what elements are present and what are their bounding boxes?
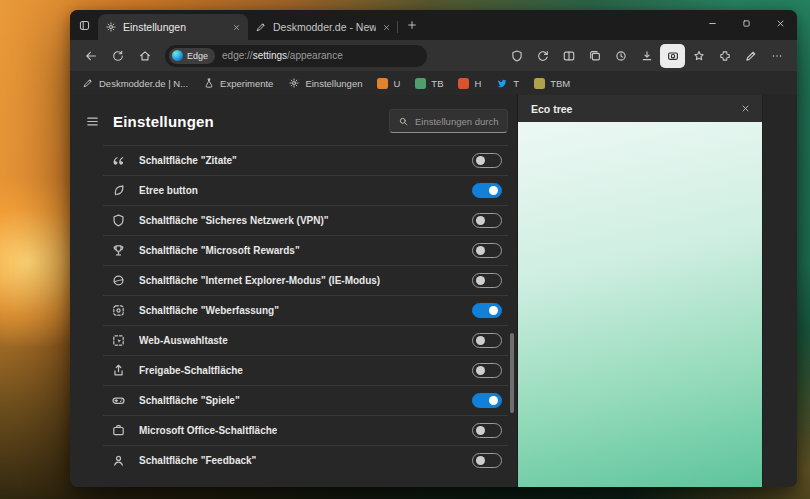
toggle-knob [489, 186, 498, 195]
favorite-item[interactable]: T [496, 77, 519, 89]
setting-row: Web-Auswahltaste [103, 325, 508, 355]
ecotree-content [518, 122, 762, 487]
address-bar[interactable]: Edge edge://settings/appearance [165, 45, 427, 67]
browser-window: Einstellungen Deskmodder.de - News zum T… [70, 10, 797, 487]
setting-row: Freigabe-Schaltfläche [103, 355, 508, 385]
close-panel-icon[interactable] [740, 103, 751, 114]
tab-actions-icon[interactable] [78, 19, 91, 32]
favorite-item[interactable]: U [377, 78, 400, 89]
maximize-button[interactable] [729, 10, 763, 36]
favorite-item[interactable]: Experimente [203, 77, 273, 89]
trophy-icon [111, 243, 126, 258]
panel-title: Eco tree [531, 103, 572, 115]
favicon [534, 78, 545, 89]
toggle-switch[interactable] [472, 183, 502, 198]
favorite-label: TB [431, 78, 443, 89]
setting-row: Schaltfläche "Zitate" [103, 145, 508, 175]
setting-row: Schaltfläche "Internet Explorer-Modus" (… [103, 265, 508, 295]
extensions-icon[interactable] [712, 44, 737, 68]
toggle-switch[interactable] [472, 333, 502, 348]
favicon [377, 78, 388, 89]
refresh-icon[interactable] [105, 44, 130, 68]
search-placeholder: Einstellungen durchsuc... [415, 116, 499, 127]
screenshot-icon[interactable] [660, 44, 685, 68]
office-icon [111, 423, 126, 438]
split-icon[interactable] [556, 44, 581, 68]
toggle-switch[interactable] [472, 423, 502, 438]
home-icon[interactable] [132, 44, 157, 68]
scrollbar-thumb[interactable] [510, 333, 514, 413]
toggle-knob [476, 366, 485, 375]
setting-row: Schaltfläche "Feedback" [103, 445, 508, 475]
search-icon [398, 116, 409, 127]
more-icon[interactable] [764, 44, 789, 68]
shield-icon [111, 213, 126, 228]
scrollbar[interactable] [510, 135, 515, 483]
nav-buttons [78, 44, 157, 68]
setting-label: Schaltfläche "Microsoft Rewards" [139, 245, 300, 256]
setting-label: Schaltfläche "Internet Explorer-Modus" (… [139, 275, 380, 286]
favorite-label: T [513, 78, 519, 89]
favorite-item[interactable]: Deskmodder.de | N... [82, 77, 188, 89]
back-icon[interactable] [78, 44, 103, 68]
toggle-switch[interactable] [472, 213, 502, 228]
star-icon[interactable] [686, 44, 711, 68]
site-info-badge[interactable]: Edge [169, 48, 215, 64]
history-icon[interactable] [608, 44, 633, 68]
site-badge-label: Edge [187, 51, 208, 61]
pen-icon[interactable] [738, 44, 763, 68]
setting-label: Schaltfläche "Sicheres Netzwerk (VPN)" [139, 215, 329, 226]
toggle-knob [489, 396, 498, 405]
collections-icon[interactable] [582, 44, 607, 68]
toggle-switch[interactable] [472, 303, 502, 318]
sidebar-rail [762, 95, 797, 487]
setting-row: Microsoft Office-Schaltfläche [103, 415, 508, 445]
setting-row: Schaltfläche "Microsoft Rewards" [103, 235, 508, 265]
toolbar-buttons [504, 44, 789, 68]
page-title: Einstellungen [113, 113, 214, 130]
toggle-knob [476, 216, 485, 225]
setting-label: Schaltfläche "Spiele" [139, 395, 240, 406]
sync-icon[interactable] [530, 44, 555, 68]
pen-icon [82, 77, 94, 89]
toggle-switch[interactable] [472, 243, 502, 258]
favorite-label: Einstellungen [305, 78, 362, 89]
toggle-knob [476, 156, 485, 165]
toggle-switch[interactable] [472, 273, 502, 288]
favorite-item[interactable]: TB [415, 78, 443, 89]
setting-label: Microsoft Office-Schaltfläche [139, 425, 277, 436]
window-controls [695, 10, 797, 36]
tab-einstellungen[interactable]: Einstellungen [98, 14, 248, 40]
menu-icon[interactable] [85, 114, 100, 129]
close-tab-icon[interactable] [382, 23, 391, 32]
toggle-switch[interactable] [472, 393, 502, 408]
favorite-label: Deskmodder.de | N... [99, 78, 188, 89]
close-window-button[interactable] [763, 10, 797, 36]
toggle-switch[interactable] [472, 453, 502, 468]
new-tab-button[interactable] [406, 19, 418, 31]
toggle-knob [489, 306, 498, 315]
favorite-item[interactable]: TBM [534, 78, 570, 89]
favorite-label: TBM [550, 78, 570, 89]
leaf-icon [111, 183, 126, 198]
favorite-label: U [393, 78, 400, 89]
tab-deskmodder[interactable]: Deskmodder.de - News zum Th... [248, 14, 398, 40]
settings-list: Schaltfläche "Zitate" Etree button Schal… [103, 145, 508, 475]
close-tab-icon[interactable] [232, 23, 241, 32]
feedback-icon [111, 453, 126, 468]
browser-toolbar: Edge edge://settings/appearance [70, 40, 797, 71]
gear-icon [105, 21, 117, 33]
quote-icon [111, 153, 126, 168]
bird-icon [496, 77, 508, 89]
settings-search-input[interactable]: Einstellungen durchsuc... [389, 109, 508, 133]
favorite-item[interactable]: H [458, 78, 481, 89]
toggle-switch[interactable] [472, 153, 502, 168]
favorite-item[interactable]: Einstellungen [288, 77, 362, 89]
share-icon [111, 363, 126, 378]
toggle-switch[interactable] [472, 363, 502, 378]
shield-icon[interactable] [504, 44, 529, 68]
minimize-button[interactable] [695, 10, 729, 36]
tab-bar: Einstellungen Deskmodder.de - News zum T… [70, 10, 797, 40]
downloads-icon[interactable] [634, 44, 659, 68]
gamepad-icon [111, 393, 126, 408]
